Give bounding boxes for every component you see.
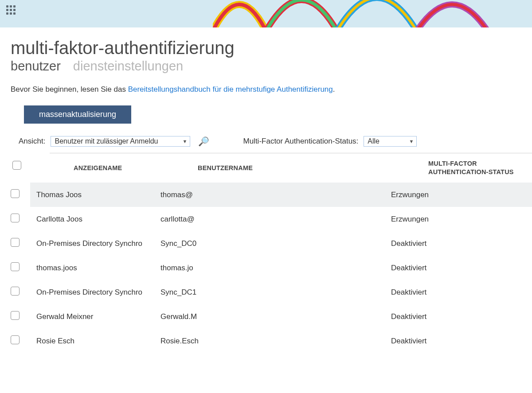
row-status: Deaktiviert [391,331,532,351]
col-mfa-status[interactable]: MULTI-FACTOR AUTHENTICATION-STATUS [428,160,532,176]
intro-text: Bevor Sie beginnen, lesen Sie das Bereit… [11,85,532,94]
row-checkbox[interactable] [11,262,20,271]
row-status: Deaktiviert [391,307,532,327]
row-checkbox[interactable] [11,287,20,296]
row-display-name: Carllotta Joos [36,210,160,229]
bulk-update-button[interactable]: massenaktualisierung [24,105,131,124]
table-header: ANZEIGENAME BENUTZERNAME MULTI-FACTOR AU… [50,153,532,183]
chevron-down-icon: ▼ [183,139,188,144]
tab-settings[interactable]: diensteinstellungen [73,59,183,74]
row-display-name: Rosie Esch [36,331,160,351]
tabs: benutzer diensteinstellungen [11,59,532,74]
view-label: Ansicht: [19,137,45,146]
col-mfa-line2: AUTHENTICATION-STATUS [428,168,514,175]
row-status: Erzwungen [391,210,532,229]
col-display-name[interactable]: ANZEIGENAME [74,164,198,171]
col-mfa-line1: MULTI-FACTOR [428,160,477,167]
row-checkbox[interactable] [11,311,20,320]
intro-link[interactable]: Bereitstellungshandbuch für die mehrstuf… [128,85,333,93]
row-username: carllotta@ [160,210,391,229]
col-username[interactable]: BENUTZERNAME [198,164,428,171]
row-checkbox[interactable] [11,214,20,222]
view-select[interactable]: Benutzer mit zulässiger Anmeldu ▼ [51,136,190,147]
row-checkbox[interactable] [11,189,20,198]
row-display-name: Thomas Joos [36,185,160,205]
row-display-name: Gerwald Meixner [36,307,160,327]
row-display-name: On-Premises Directory Synchro [36,234,160,253]
row-username: Sync_DC1 [160,283,391,302]
select-all-checkbox[interactable] [12,161,21,170]
top-banner [0,0,532,27]
page-title: multi-faktor-authentifizierung [11,38,532,58]
status-select[interactable]: Alle ▼ [364,136,417,147]
rainbow-decoration [213,0,532,27]
row-display-name: thomas.joos [36,258,160,278]
search-icon[interactable]: 🔍 [198,136,209,147]
row-checkbox[interactable] [11,238,20,247]
row-username: Rosie.Esch [160,331,391,351]
row-status: Deaktiviert [391,258,532,278]
row-username: thomas.jo [160,258,391,278]
row-status: Deaktiviert [391,283,532,302]
app-launcher-icon[interactable] [6,5,16,15]
row-status: Deaktiviert [391,234,532,253]
status-label: Multi-Factor Authentication-Status: [243,137,358,146]
view-select-value: Benutzer mit zulässiger Anmeldu [55,137,158,145]
row-display-name: On-Premises Directory Synchro [36,283,160,302]
status-select-value: Alle [368,137,379,145]
row-username: Gerwald.M [160,307,391,327]
tab-users[interactable]: benutzer [11,59,61,74]
intro-suffix: . [333,85,335,93]
row-username: thomas@ [160,185,391,205]
intro-prefix: Bevor Sie beginnen, lesen Sie das [11,85,128,93]
row-status: Erzwungen [391,185,532,205]
chevron-down-icon: ▼ [409,139,414,144]
filter-bar: Ansicht: Benutzer mit zulässiger Anmeldu… [19,136,532,147]
row-username: Sync_DC0 [160,234,391,253]
row-checkbox[interactable] [11,335,20,344]
